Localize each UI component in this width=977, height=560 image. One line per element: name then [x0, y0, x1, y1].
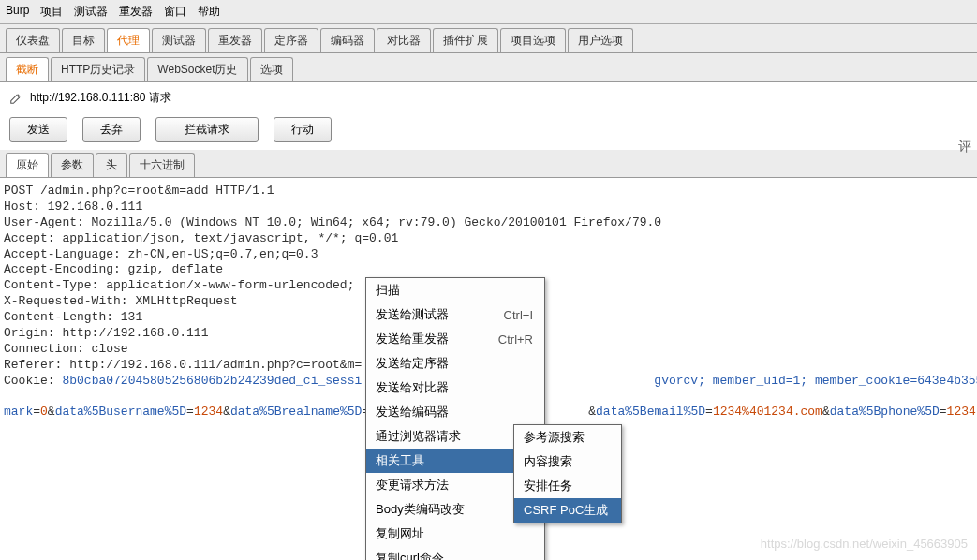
menu-tester[interactable]: 测试器 [74, 4, 108, 20]
menu-window[interactable]: 窗口 [164, 4, 186, 20]
ctx-item-发送给定序器[interactable]: 发送给定序器 [366, 351, 544, 376]
subtab-ws-history[interactable]: WebSocket历史 [147, 57, 247, 81]
comment-icon[interactable]: 评 [958, 139, 971, 155]
drop-button[interactable]: 丢弃 [82, 117, 141, 142]
tab-project-options[interactable]: 项目选项 [500, 28, 566, 52]
menu-project[interactable]: 项目 [40, 4, 63, 20]
edit-icon[interactable] [9, 92, 22, 105]
tab-proxy[interactable]: 代理 [107, 28, 150, 52]
ctx2-item-参考源搜索[interactable]: 参考源搜索 [514, 425, 621, 449]
tab-extender[interactable]: 插件扩展 [433, 28, 498, 52]
tab-target[interactable]: 目标 [62, 28, 105, 52]
subtab-options[interactable]: 选项 [250, 57, 293, 81]
ctx2-item-内容搜索[interactable]: 内容搜索 [514, 449, 621, 474]
tab-intruder[interactable]: 测试器 [152, 28, 206, 52]
request-url: http://192.168.0.111:80 请求 [30, 90, 171, 106]
ctx-item-复制curl命令[interactable]: 复制curl命令 [366, 546, 544, 560]
tab-comparer[interactable]: 对比器 [377, 28, 431, 52]
ctx-item-复制网址[interactable]: 复制网址 [366, 522, 544, 546]
menu-repeater[interactable]: 重发器 [119, 4, 153, 20]
context-menu-engagement: 参考源搜索内容搜索安排任务CSRF PoC生成 [513, 424, 622, 523]
menubar: Burp 项目 测试器 重发器 窗口 帮助 [0, 0, 977, 24]
action-button[interactable]: 行动 [274, 117, 332, 142]
ctx-item-发送给编码器[interactable]: 发送给编码器 [366, 400, 544, 424]
viewtab-hex[interactable]: 十六进制 [129, 153, 195, 177]
tab-dashboard[interactable]: 仪表盘 [6, 28, 60, 52]
intercept-toggle-button[interactable]: 拦截请求 [155, 117, 259, 142]
watermark: https://blog.csdn.net/weixin_45663905 [761, 537, 968, 551]
ctx-item-发送给重发器[interactable]: 发送给重发器Ctrl+R [366, 327, 544, 351]
ctx2-item-安排任务[interactable]: 安排任务 [514, 474, 621, 498]
tab-repeater[interactable]: 重发器 [208, 28, 262, 52]
subtab-intercept[interactable]: 截断 [6, 57, 49, 81]
ctx2-item-CSRF PoC生成[interactable]: CSRF PoC生成 [514, 498, 621, 523]
request-line: http://192.168.0.111:80 请求 [0, 82, 977, 113]
sub-tabs: 截断 HTTP历史记录 WebSocket历史 选项 [0, 53, 977, 82]
main-tabs: 仪表盘 目标 代理 测试器 重发器 定序器 编码器 对比器 插件扩展 项目选项 … [0, 24, 977, 53]
menu-help[interactable]: 帮助 [198, 4, 220, 20]
viewtab-headers[interactable]: 头 [96, 153, 127, 177]
viewtab-raw[interactable]: 原始 [6, 153, 49, 177]
action-buttons: 发送 丢弃 拦截请求 行动 [0, 113, 977, 150]
viewtab-params[interactable]: 参数 [51, 153, 94, 177]
menu-burp[interactable]: Burp [6, 4, 29, 20]
tab-sequencer[interactable]: 定序器 [264, 28, 318, 52]
ctx-item-扫描[interactable]: 扫描 [366, 278, 544, 302]
ctx-item-发送给对比器[interactable]: 发送给对比器 [366, 376, 544, 400]
tab-decoder[interactable]: 编码器 [320, 28, 375, 52]
forward-button[interactable]: 发送 [9, 117, 67, 142]
tab-user-options[interactable]: 用户选项 [568, 28, 633, 52]
subtab-http-history[interactable]: HTTP历史记录 [51, 57, 145, 81]
ctx-item-发送给测试器[interactable]: 发送给测试器Ctrl+I [366, 302, 544, 327]
view-tabs: 原始 参数 头 十六进制 [0, 150, 977, 178]
